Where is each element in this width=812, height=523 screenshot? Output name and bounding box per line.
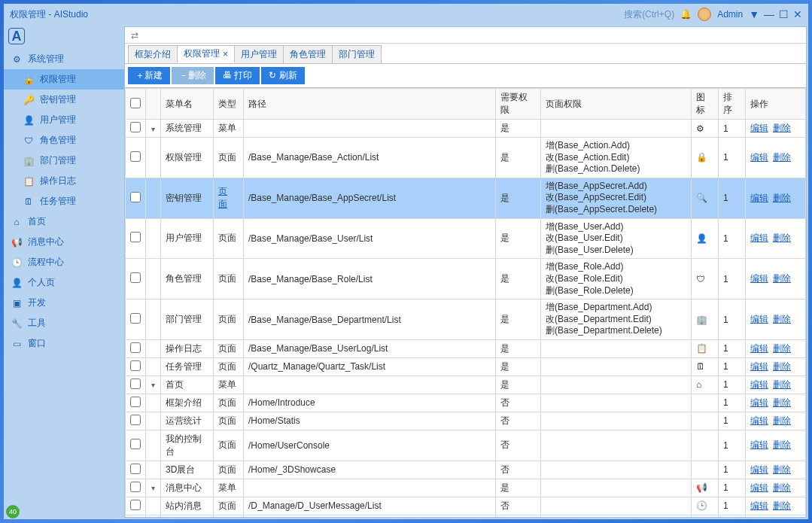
edit-link[interactable]: 编辑 xyxy=(750,464,768,475)
table-row[interactable]: 角色管理页面/Base_Manage/Base_Role/List是增(Base… xyxy=(126,259,806,300)
sidebar-item-首页[interactable]: ⌂首页 xyxy=(4,211,124,232)
sidebar-item-用户管理[interactable]: 👤用户管理 xyxy=(4,110,124,130)
delete-link[interactable]: 删除 xyxy=(773,193,791,203)
delete-link[interactable]: 删除 xyxy=(773,379,791,390)
table-row[interactable]: 运营统计页面/Home/Statis否1编辑删除 xyxy=(126,412,806,430)
row-checkbox[interactable] xyxy=(130,342,141,353)
col-action[interactable]: 操作 xyxy=(746,89,806,120)
col-type[interactable]: 类型 xyxy=(214,89,244,120)
table-row[interactable]: 权限管理页面/Base_Manage/Base_Action/List是增(Ba… xyxy=(126,138,806,178)
sidebar-item-部门管理[interactable]: 🏢部门管理 xyxy=(4,151,124,171)
new-button[interactable]: ＋新建 xyxy=(128,67,170,84)
quick-access[interactable]: ⇄ xyxy=(125,27,806,44)
table-row[interactable]: ▾系统管理菜单是⚙1编辑删除 xyxy=(126,120,806,138)
delete-link[interactable]: 删除 xyxy=(773,343,791,354)
tab-用户管理[interactable]: 用户管理 xyxy=(234,45,284,63)
edit-link[interactable]: 编辑 xyxy=(750,123,768,133)
row-checkbox[interactable] xyxy=(130,482,141,492)
delete-button[interactable]: －删除 xyxy=(172,67,214,84)
sidebar-item-流程中心[interactable]: 🕒流程中心 xyxy=(4,252,124,272)
delete-link[interactable]: 删除 xyxy=(773,500,791,511)
col-menu[interactable]: 菜单名 xyxy=(161,89,214,120)
avatar[interactable] xyxy=(698,8,711,21)
table-row[interactable]: ▾首页菜单是⌂1编辑删除 xyxy=(126,376,806,394)
col-path[interactable]: 路径 xyxy=(244,89,496,120)
edit-link[interactable]: 编辑 xyxy=(750,314,768,324)
edit-link[interactable]: 编辑 xyxy=(750,233,768,243)
table-row[interactable]: 站内消息页面/D_Manage/D_UserMessage/List否🕒1编辑删… xyxy=(126,497,806,515)
edit-link[interactable]: 编辑 xyxy=(750,482,768,493)
sidebar-item-角色管理[interactable]: 🛡角色管理 xyxy=(4,130,124,151)
row-checkbox[interactable] xyxy=(130,272,141,283)
delete-link[interactable]: 删除 xyxy=(773,415,791,426)
sidebar-item-窗口[interactable]: ▭窗口 xyxy=(4,333,124,354)
delete-link[interactable]: 删除 xyxy=(773,464,791,475)
table-row[interactable]: 任务管理页面/Quartz_Manage/Quartz_Task/List是🗓1… xyxy=(126,357,806,376)
sidebar-item-开发[interactable]: ▣开发 xyxy=(4,293,124,313)
dropdown-icon[interactable]: ▼ xyxy=(749,8,759,20)
tab-角色管理[interactable]: 角色管理 xyxy=(283,45,333,63)
row-checkbox[interactable] xyxy=(130,500,141,510)
row-checkbox[interactable] xyxy=(130,313,141,324)
row-checkbox[interactable] xyxy=(130,151,141,162)
row-checkbox[interactable] xyxy=(130,192,141,202)
sidebar-item-消息中心[interactable]: 📢消息中心 xyxy=(4,232,124,252)
sidebar-item-权限管理[interactable]: 🔒权限管理 xyxy=(4,69,124,90)
table-row[interactable]: ▾消息中心菜单是📢1编辑删除 xyxy=(126,479,806,497)
minimize-icon[interactable]: — xyxy=(764,8,774,20)
row-checkbox[interactable] xyxy=(130,464,141,474)
row-checkbox[interactable] xyxy=(130,232,141,242)
col-icon[interactable]: 图标 xyxy=(692,89,719,120)
col-need[interactable]: 需要权限 xyxy=(496,89,541,120)
expand-icon[interactable]: ▾ xyxy=(151,125,155,133)
row-checkbox[interactable] xyxy=(130,379,141,389)
expand-icon[interactable]: ▾ xyxy=(151,381,155,389)
table-row[interactable]: 操作日志页面/Base_Manage/Base_UserLog/List是📋1编… xyxy=(126,339,806,357)
delete-link[interactable]: 删除 xyxy=(773,397,791,408)
table-row[interactable]: 用户管理页面/Base_Manage/Base_User/List是增(Base… xyxy=(126,218,806,259)
col-permissions[interactable]: 页面权限 xyxy=(541,89,692,120)
table-row[interactable]: 3D展台页面/Home/_3DShowcase否1编辑删除 xyxy=(126,461,806,479)
edit-link[interactable]: 编辑 xyxy=(750,397,768,408)
tab-权限管理[interactable]: 权限管理 × xyxy=(177,45,235,63)
close-icon[interactable]: ✕ xyxy=(793,8,802,20)
table-row[interactable]: 我的控制台页面/Home/UserConsole否1编辑删除 xyxy=(126,430,806,461)
row-checkbox[interactable] xyxy=(130,397,141,407)
sidebar-item-系统管理[interactable]: ⚙系统管理 xyxy=(4,49,124,69)
delete-link[interactable]: 删除 xyxy=(773,482,791,493)
edit-link[interactable]: 编辑 xyxy=(750,415,768,426)
row-checkbox[interactable] xyxy=(130,122,141,132)
delete-link[interactable]: 删除 xyxy=(773,233,791,243)
tab-close-icon[interactable]: × xyxy=(223,49,228,59)
row-checkbox[interactable] xyxy=(130,360,141,371)
row-checkbox[interactable] xyxy=(130,415,141,425)
tab-部门管理[interactable]: 部门管理 xyxy=(332,45,382,63)
edit-link[interactable]: 编辑 xyxy=(750,273,768,284)
expand-icon[interactable]: ▾ xyxy=(151,484,155,492)
edit-link[interactable]: 编辑 xyxy=(750,500,768,511)
print-button[interactable]: 🖶 打印 xyxy=(215,67,260,84)
sidebar-item-操作日志[interactable]: 📋操作日志 xyxy=(4,171,124,191)
delete-link[interactable]: 删除 xyxy=(773,439,791,450)
edit-link[interactable]: 编辑 xyxy=(750,152,768,163)
search-hint[interactable]: 搜索(Ctrl+Q) xyxy=(624,8,674,21)
edit-link[interactable]: 编辑 xyxy=(750,193,768,203)
tab-框架介绍[interactable]: 框架介绍 xyxy=(128,45,178,63)
user-name[interactable]: Admin xyxy=(717,9,743,20)
delete-link[interactable]: 删除 xyxy=(773,314,791,324)
table-row[interactable]: 密钥管理页面/Base_Manage/Base_AppSecret/List是增… xyxy=(126,178,806,218)
table-row[interactable]: 站内信页面/D_Manage/D_UserMail/Index否✉1编辑删除 xyxy=(126,515,806,517)
edit-link[interactable]: 编辑 xyxy=(750,361,768,372)
row-checkbox[interactable] xyxy=(130,439,141,449)
sidebar-item-工具[interactable]: 🔧工具 xyxy=(4,313,124,333)
delete-link[interactable]: 删除 xyxy=(773,273,791,284)
taskbar-badge[interactable]: 40 xyxy=(6,505,20,518)
header-checkbox[interactable] xyxy=(130,98,141,108)
sidebar-item-密钥管理[interactable]: 🔑密钥管理 xyxy=(4,90,124,110)
table-row[interactable]: 框架介绍页面/Home/Introduce否1编辑删除 xyxy=(126,394,806,412)
maximize-icon[interactable]: ☐ xyxy=(779,8,789,20)
delete-link[interactable]: 删除 xyxy=(773,152,791,163)
sidebar-item-个人页[interactable]: 👤个人页 xyxy=(4,272,124,293)
edit-link[interactable]: 编辑 xyxy=(750,343,768,354)
app-logo[interactable]: A xyxy=(8,28,25,44)
